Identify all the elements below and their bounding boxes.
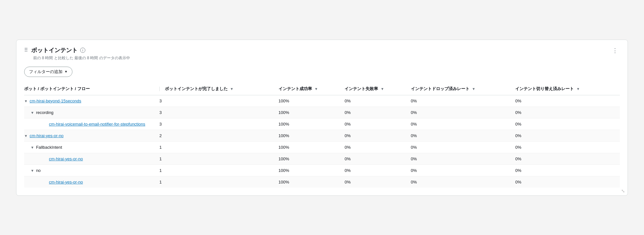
cell-bot-path: ▼cm-hirai-yes-or-no xyxy=(24,130,159,141)
bot-intent-card: ⠿ ボットインテント i 前の 8 時間 と比較した 最後の 8 時間 のデータ… xyxy=(16,40,628,196)
cell-completed: 1 xyxy=(159,141,279,153)
resize-icon[interactable]: ⤡ xyxy=(621,188,625,193)
card-header: ⠿ ボットインテント i 前の 8 時間 と比較した 最後の 8 時間 のデータ… xyxy=(24,46,620,61)
more-options-icon[interactable]: ⋮ xyxy=(610,46,620,55)
expand-arrow-icon[interactable]: ▼ xyxy=(31,169,34,173)
table-row: cm-hirai-yes-or-no1100%0%0%0% xyxy=(24,176,620,188)
cell-failure-rate: 0% xyxy=(345,164,411,176)
cell-failure-rate: 0% xyxy=(345,141,411,153)
col-header-completed: ボットインテントが完了しました ▼ xyxy=(159,83,279,95)
filter-button-label: フィルターの追加 xyxy=(29,69,62,75)
cell-bot-path: ▼cm-hirai-beyond-15seconds xyxy=(24,95,159,107)
filter-arrow-icon: ▼ xyxy=(64,70,68,73)
card-title: ボットインテント xyxy=(31,46,78,54)
card-subtitle: 前の 8 時間 と比較した 最後の 8 時間 のデータの表示中 xyxy=(33,55,130,61)
cell-failure-rate: 0% xyxy=(345,118,411,130)
bot-link[interactable]: cm-hirai-yes-or-no xyxy=(30,133,63,138)
cell-switch-rate: 0% xyxy=(515,164,620,176)
cell-switch-rate: 0% xyxy=(515,107,620,118)
sort-completed-icon[interactable]: ▼ xyxy=(230,87,233,91)
cell-completed: 2 xyxy=(159,130,279,141)
cell-bot-path: ▼FallbackIntent xyxy=(24,141,159,153)
col-header-failure-rate: インテント失敗率 ▼ xyxy=(345,83,411,95)
cell-success-rate: 100% xyxy=(279,107,345,118)
table-row: cm-hirai-voicemail-to-email-notifier-for… xyxy=(24,118,620,130)
cell-success-rate: 100% xyxy=(279,141,345,153)
table-row: ▼no1100%0%0%0% xyxy=(24,164,620,176)
cell-drop-rate: 0% xyxy=(411,164,516,176)
cell-bot-path: cm-hirai-voicemail-to-email-notifier-for… xyxy=(24,118,159,130)
table-row: ▼cm-hirai-yes-or-no2100%0%0%0% xyxy=(24,130,620,141)
cell-success-rate: 100% xyxy=(279,95,345,107)
cell-failure-rate: 0% xyxy=(345,153,411,164)
cell-bot-path: cm-hirai-yes-or-no xyxy=(24,176,159,188)
cell-drop-rate: 0% xyxy=(411,141,516,153)
bot-label: no xyxy=(36,168,41,173)
cell-switch-rate: 0% xyxy=(515,130,620,141)
sort-failure-icon[interactable]: ▼ xyxy=(381,87,384,91)
col-header-bot-path: ボット / ボットインテント / フロー xyxy=(24,83,159,95)
cell-completed: 3 xyxy=(159,95,279,107)
col-header-drop-rate: インテントドロップ済みレート ▼ xyxy=(411,83,516,95)
cell-bot-path: ▼no xyxy=(24,164,159,176)
expand-arrow-icon[interactable]: ▼ xyxy=(24,134,28,138)
cell-success-rate: 100% xyxy=(279,164,345,176)
cell-success-rate: 100% xyxy=(279,153,345,164)
bot-intent-table: ボット / ボットインテント / フロー ボットインテントが完了しました ▼ イ… xyxy=(24,83,620,188)
cell-failure-rate: 0% xyxy=(345,130,411,141)
cell-switch-rate: 0% xyxy=(515,118,620,130)
cell-drop-rate: 0% xyxy=(411,107,516,118)
info-icon[interactable]: i xyxy=(80,48,85,53)
sort-switch-icon[interactable]: ▼ xyxy=(576,87,580,91)
cell-switch-rate: 0% xyxy=(515,141,620,153)
cell-completed: 1 xyxy=(159,153,279,164)
cell-drop-rate: 0% xyxy=(411,118,516,130)
bot-label: FallbackIntent xyxy=(36,145,62,150)
cell-switch-rate: 0% xyxy=(515,95,620,107)
cell-success-rate: 100% xyxy=(279,130,345,141)
title-row: ⠿ ボットインテント i xyxy=(24,46,130,54)
cell-completed: 3 xyxy=(159,118,279,130)
cell-drop-rate: 0% xyxy=(411,176,516,188)
cell-bot-path: ▼recording xyxy=(24,107,159,118)
table-row: ▼recording3100%0%0%0% xyxy=(24,107,620,118)
cell-failure-rate: 0% xyxy=(345,95,411,107)
cell-failure-rate: 0% xyxy=(345,176,411,188)
cell-bot-path: cm-hirai-yes-or-no xyxy=(24,153,159,164)
cell-drop-rate: 0% xyxy=(411,153,516,164)
cell-completed: 1 xyxy=(159,164,279,176)
bot-link[interactable]: cm-hirai-voicemail-to-email-notifier-for… xyxy=(49,122,145,127)
cell-success-rate: 100% xyxy=(279,118,345,130)
cell-success-rate: 100% xyxy=(279,176,345,188)
drag-handle-icon[interactable]: ⠿ xyxy=(24,47,28,53)
cell-completed: 1 xyxy=(159,176,279,188)
bot-link[interactable]: cm-hirai-beyond-15seconds xyxy=(30,99,81,103)
expand-arrow-icon[interactable]: ▼ xyxy=(24,99,28,103)
col-header-switch-rate: インテント切り替え済みレート ▼ xyxy=(515,83,620,95)
bot-link[interactable]: cm-hirai-yes-or-no xyxy=(49,156,83,161)
bot-link[interactable]: cm-hirai-yes-or-no xyxy=(49,180,83,184)
table-row: ▼cm-hirai-beyond-15seconds3100%0%0%0% xyxy=(24,95,620,107)
cell-drop-rate: 0% xyxy=(411,95,516,107)
expand-arrow-icon[interactable]: ▼ xyxy=(31,111,34,115)
bot-label: recording xyxy=(36,110,53,115)
cell-completed: 3 xyxy=(159,107,279,118)
cell-failure-rate: 0% xyxy=(345,107,411,118)
expand-arrow-icon[interactable]: ▼ xyxy=(31,146,34,149)
title-section: ⠿ ボットインテント i 前の 8 時間 と比較した 最後の 8 時間 のデータ… xyxy=(24,46,130,61)
sort-drop-icon[interactable]: ▼ xyxy=(472,87,475,91)
cell-switch-rate: 0% xyxy=(515,153,620,164)
col-header-success-rate: インテント成功率 ▼ xyxy=(279,83,345,95)
table-header-row: ボット / ボットインテント / フロー ボットインテントが完了しました ▼ イ… xyxy=(24,83,620,95)
add-filter-button[interactable]: フィルターの追加 ▼ xyxy=(24,67,72,77)
cell-switch-rate: 0% xyxy=(515,176,620,188)
table-row: cm-hirai-yes-or-no1100%0%0%0% xyxy=(24,153,620,164)
cell-drop-rate: 0% xyxy=(411,130,516,141)
table-row: ▼FallbackIntent1100%0%0%0% xyxy=(24,141,620,153)
sort-success-icon[interactable]: ▼ xyxy=(314,87,318,91)
